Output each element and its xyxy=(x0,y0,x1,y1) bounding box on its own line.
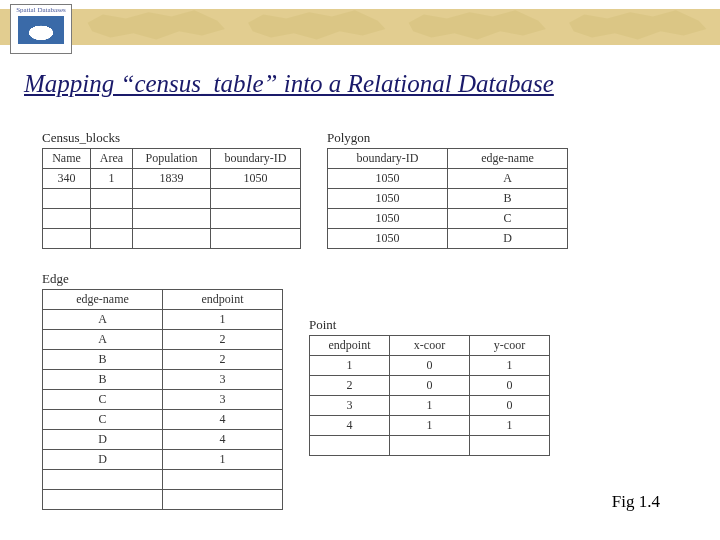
table-cell: 1 xyxy=(470,416,550,436)
table-cell: 1 xyxy=(163,310,283,330)
book-logo: Spatial Databases xyxy=(10,4,72,54)
table-cell: A xyxy=(43,310,163,330)
table-cell: 3 xyxy=(163,390,283,410)
census-blocks-table: Census_blocks NameAreaPopulationboundary… xyxy=(42,130,301,249)
table-row: C4 xyxy=(43,410,283,430)
table-row: 411 xyxy=(310,416,550,436)
header-band: Spatial Databases xyxy=(0,0,720,54)
table-cell: 1 xyxy=(390,396,470,416)
edge-table: Edge edge-nameendpointA1A2B2B3C3C4D4D1 xyxy=(42,271,283,510)
table-cell: D xyxy=(448,229,568,249)
column-header: Area xyxy=(91,149,133,169)
table-cell: 2 xyxy=(310,376,390,396)
table-cell: 1 xyxy=(163,450,283,470)
table-cell: 1050 xyxy=(328,169,448,189)
table-cell: A xyxy=(448,169,568,189)
table-row-empty xyxy=(43,229,301,249)
table-row: B3 xyxy=(43,370,283,390)
table-row: A1 xyxy=(43,310,283,330)
polygon-label: Polygon xyxy=(327,130,568,146)
table-cell: 2 xyxy=(163,350,283,370)
table-row: 310 xyxy=(310,396,550,416)
column-header: boundary-ID xyxy=(211,149,301,169)
table-cell: 1 xyxy=(91,169,133,189)
census-blocks-label: Census_blocks xyxy=(42,130,301,146)
point-label: Point xyxy=(309,317,550,333)
table-row-empty xyxy=(43,189,301,209)
table-cell: D xyxy=(43,430,163,450)
table-cell: 0 xyxy=(390,356,470,376)
table-cell: C xyxy=(43,390,163,410)
table-cell: 1 xyxy=(390,416,470,436)
table-cell: 3 xyxy=(163,370,283,390)
tables-area: Census_blocks NameAreaPopulationboundary… xyxy=(42,130,678,510)
table-row: D1 xyxy=(43,450,283,470)
edge-label: Edge xyxy=(42,271,283,287)
column-header: edge-name xyxy=(43,290,163,310)
column-header: Name xyxy=(43,149,91,169)
table-cell: 0 xyxy=(470,396,550,416)
table-row: 1050A xyxy=(328,169,568,189)
table-cell: 4 xyxy=(163,430,283,450)
table-row: 1050B xyxy=(328,189,568,209)
figure-caption: Fig 1.4 xyxy=(612,492,660,512)
table-row: 101 xyxy=(310,356,550,376)
polygon-table: Polygon boundary-IDedge-name1050A1050B10… xyxy=(327,130,568,249)
table-row: 200 xyxy=(310,376,550,396)
table-cell: 1050 xyxy=(211,169,301,189)
table-row: 1050D xyxy=(328,229,568,249)
table-cell: C xyxy=(448,209,568,229)
table-cell: B xyxy=(43,370,163,390)
column-header: Population xyxy=(133,149,211,169)
table-cell: B xyxy=(448,189,568,209)
table-cell: 1 xyxy=(470,356,550,376)
table-row-empty xyxy=(43,209,301,229)
header-map-decoration xyxy=(80,6,714,48)
table-cell: 4 xyxy=(310,416,390,436)
point-table: Point endpointx-coory-coor101200310411 xyxy=(309,317,550,456)
table-cell: 1050 xyxy=(328,229,448,249)
table-row: 1050C xyxy=(328,209,568,229)
table-cell: 3 xyxy=(310,396,390,416)
table-cell: 2 xyxy=(163,330,283,350)
table-cell: 1050 xyxy=(328,209,448,229)
table-row-empty xyxy=(310,436,550,456)
table-cell: B xyxy=(43,350,163,370)
table-cell: D xyxy=(43,450,163,470)
logo-text: Spatial Databases xyxy=(12,6,70,14)
cloud-icon xyxy=(18,16,64,44)
table-cell: 1050 xyxy=(328,189,448,209)
table-cell: 0 xyxy=(470,376,550,396)
column-header: y-coor xyxy=(470,336,550,356)
slide-title: Mapping “census_table” into a Relational… xyxy=(24,70,554,98)
table-row: B2 xyxy=(43,350,283,370)
table-cell: C xyxy=(43,410,163,430)
table-row-empty xyxy=(43,490,283,510)
column-header: endpoint xyxy=(310,336,390,356)
table-cell: 0 xyxy=(390,376,470,396)
table-row: C3 xyxy=(43,390,283,410)
column-header: boundary-ID xyxy=(328,149,448,169)
table-cell: 1839 xyxy=(133,169,211,189)
table-cell: 340 xyxy=(43,169,91,189)
table-row: 340118391050 xyxy=(43,169,301,189)
table-cell: 4 xyxy=(163,410,283,430)
column-header: edge-name xyxy=(448,149,568,169)
table-row: D4 xyxy=(43,430,283,450)
table-cell: A xyxy=(43,330,163,350)
table-cell: 1 xyxy=(310,356,390,376)
table-row: A2 xyxy=(43,330,283,350)
column-header: endpoint xyxy=(163,290,283,310)
table-row-empty xyxy=(43,470,283,490)
column-header: x-coor xyxy=(390,336,470,356)
